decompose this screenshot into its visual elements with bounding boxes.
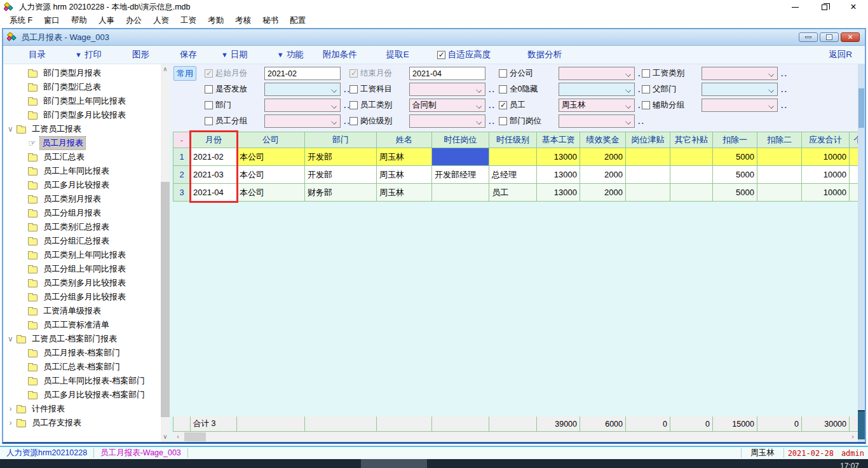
grid-header-绩效奖金[interactable]: 绩效奖金 — [580, 132, 626, 148]
tree-item[interactable]: 员工分组上年同比报表 — [3, 262, 161, 276]
tree-item[interactable]: 员工多月比较报表-档案部门 — [3, 388, 161, 402]
grid-cell[interactable]: 2000 — [580, 166, 626, 184]
menu-item-帮助[interactable]: 帮助 — [65, 14, 93, 27]
grid-cell[interactable] — [670, 166, 713, 184]
tree-item[interactable]: 员工类别上年同比报表 — [3, 248, 161, 262]
toolbar-item-附加条件[interactable]: 附加条件 — [323, 49, 357, 60]
tree-collapsed-icon[interactable]: › — [6, 418, 15, 427]
vscroll-thumb[interactable] — [858, 88, 864, 128]
menu-item-配置[interactable]: 配置 — [284, 14, 311, 27]
filter-dropdown-部门[interactable] — [264, 99, 341, 112]
grid-cell[interactable] — [757, 148, 802, 166]
filter-dropdown-全0隐藏[interactable] — [559, 83, 635, 96]
scroll-right-icon[interactable]: › — [848, 432, 858, 442]
filter-checkbox-员工[interactable] — [499, 101, 507, 109]
toolbar-back-button[interactable]: 返回R — [829, 49, 852, 60]
tree-item[interactable]: 员工分组多月比较报表 — [3, 290, 161, 304]
grid-cell[interactable]: 10000 — [802, 166, 850, 184]
filter-checkbox-部门岗位[interactable] — [499, 117, 507, 125]
child-close-button[interactable]: ✕ — [841, 32, 860, 42]
taskbar-active-app[interactable] — [361, 459, 427, 468]
filter-dropdown-是否发放[interactable] — [264, 83, 341, 96]
tree-item[interactable]: ∨工资员工-档案部门报表 — [3, 332, 161, 346]
menu-item-窗口[interactable]: 窗口 — [38, 14, 65, 27]
toolbar-item-提取E[interactable]: 提取E — [386, 49, 409, 60]
toolbar-item-打印[interactable]: ▼打印 — [75, 49, 102, 60]
tree-collapsed-icon[interactable]: › — [6, 404, 15, 413]
grid-cell[interactable]: 本公司 — [237, 184, 305, 202]
grid-cell[interactable]: 13000 — [537, 166, 580, 184]
browse-dots-button[interactable]: .. — [489, 85, 496, 94]
grid-cell[interactable]: 员工 — [489, 184, 537, 202]
grid-header-其它补贴[interactable]: 其它补贴 — [670, 132, 713, 148]
grid-header-时任级别[interactable]: 时任级别 — [489, 132, 537, 148]
grid-cell[interactable]: 2000 — [580, 148, 626, 166]
scroll-left-icon[interactable]: ‹ — [173, 432, 183, 442]
scroll-up-icon[interactable]: ∧ — [161, 64, 170, 74]
grid-header-部门[interactable]: 部门 — [305, 132, 377, 148]
toolbar-item-自适应高度[interactable]: 自适应高度 — [437, 49, 491, 60]
grid-cell[interactable]: 10000 — [802, 184, 850, 202]
tree-expanded-icon[interactable]: ∨ — [6, 125, 15, 134]
row-number[interactable]: 2 — [173, 166, 191, 184]
filter-checkbox-全0隐藏[interactable] — [499, 85, 507, 93]
grid-cell[interactable]: 5000 — [713, 184, 757, 202]
grid-cell[interactable]: 总经理 — [489, 166, 537, 184]
tree-scrollbar[interactable]: ∧ ∨ — [161, 64, 170, 442]
minimize-button[interactable] — [780, 0, 810, 14]
toolbar-item-功能[interactable]: ▼功能 — [277, 49, 304, 60]
browse-dots-button[interactable]: .. — [781, 101, 788, 110]
menu-item-系统 F[interactable]: 系统 F — [4, 14, 38, 27]
toolbar-item-图形[interactable]: 图形 — [132, 49, 149, 60]
tree-item[interactable]: 员工类别多月比较报表 — [3, 276, 161, 290]
grid-cell[interactable] — [670, 148, 713, 166]
grid-cell[interactable]: 2021-02 — [191, 148, 237, 166]
grid-cell[interactable] — [432, 184, 489, 202]
grid-header-时任岗位[interactable]: 时任岗位 — [432, 132, 489, 148]
filter-checkbox-员工类别[interactable] — [349, 101, 358, 109]
toolbar-item-数据分析[interactable]: 数据分析 — [527, 49, 562, 60]
grid-header-公司[interactable]: 公司 — [237, 132, 305, 148]
row-number[interactable]: 3 — [173, 184, 191, 202]
filter-checkbox-工资科目[interactable] — [349, 85, 358, 93]
menu-item-办公[interactable]: 办公 — [120, 14, 147, 27]
grid-cell[interactable] — [757, 184, 802, 202]
filter-dropdown-员工类别[interactable]: 合同制 — [409, 99, 485, 112]
filter-checkbox-是否发放[interactable] — [205, 85, 213, 93]
filter-checkbox-部门[interactable] — [205, 101, 213, 109]
grid-cell[interactable] — [489, 148, 537, 166]
menu-item-人事[interactable]: 人事 — [93, 14, 120, 27]
content-vscrollbar[interactable] — [858, 64, 865, 442]
filter-input-结束月份[interactable]: 2021-04 — [409, 67, 485, 80]
tree-item[interactable]: ∨工资员工报表 — [3, 122, 161, 136]
grid-cell[interactable]: 10000 — [802, 148, 850, 166]
menu-item-工资[interactable]: 工资 — [175, 14, 202, 27]
grid-cell[interactable] — [626, 184, 670, 202]
filter-dropdown-分公司[interactable] — [559, 67, 635, 80]
filter-checkbox-分公司[interactable] — [499, 69, 507, 78]
grid-header-个人[interactable]: 个人 — [850, 132, 858, 148]
grid-cell[interactable]: 周玉林 — [377, 184, 432, 202]
tree-item[interactable]: 员工分组汇总报表 — [3, 234, 161, 248]
toolbar-item-日期[interactable]: ▼日期 — [221, 49, 248, 60]
tree-item[interactable]: 员工工资标准清单 — [3, 318, 161, 332]
filter-dropdown-员工分组[interactable] — [264, 114, 341, 128]
restore-button[interactable] — [810, 0, 839, 14]
scroll-down-icon[interactable]: ∨ — [161, 432, 170, 442]
grid-cell[interactable] — [626, 148, 670, 166]
tree-item[interactable]: 工资清单级报表 — [3, 304, 161, 318]
grid-cell[interactable]: 5000 — [713, 166, 757, 184]
grid-cell[interactable]: 2000 — [580, 184, 626, 202]
browse-dots-button[interactable]: .. — [638, 117, 645, 126]
row-number[interactable]: 1 — [173, 148, 191, 166]
grid-header-月份[interactable]: 月份 — [191, 132, 237, 148]
grid-cell[interactable]: 5000 — [713, 148, 757, 166]
filter-checkbox-员工分组[interactable] — [205, 117, 213, 125]
toolbar-item-保存[interactable]: 保存 — [180, 49, 197, 60]
tree-item[interactable]: 员工上年同比报表-档案部门 — [3, 374, 161, 388]
grid-cell[interactable]: 周玉林 — [377, 166, 432, 184]
grid-cell[interactable]: 开发部 — [305, 148, 377, 166]
filter-dropdown-员工[interactable]: 周玉林 — [559, 99, 635, 112]
auto-height-checkbox[interactable] — [437, 51, 445, 59]
common-filters-button[interactable]: 常用 — [173, 66, 196, 81]
